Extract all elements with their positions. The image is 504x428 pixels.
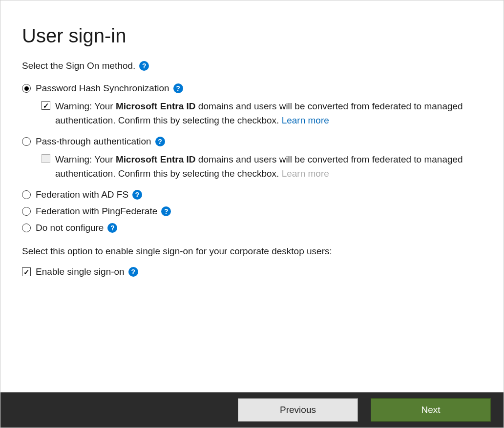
help-icon[interactable]: ? bbox=[161, 206, 171, 216]
page-title: User sign-in bbox=[22, 25, 484, 47]
radio-row-adfs[interactable]: Federation with AD FS ? bbox=[22, 189, 484, 200]
help-icon[interactable]: ? bbox=[107, 223, 117, 233]
radio-label-adfs: Federation with AD FS ? bbox=[36, 189, 142, 200]
sso-label: Select this option to enable single sign… bbox=[22, 246, 484, 257]
phs-warning-checkbox[interactable] bbox=[42, 101, 50, 110]
radio-adfs[interactable] bbox=[22, 190, 31, 199]
radio-label-ping: Federation with PingFederate ? bbox=[36, 206, 171, 217]
sso-row[interactable]: Enable single sign-on ? bbox=[22, 266, 484, 277]
sso-checkbox[interactable] bbox=[22, 267, 31, 276]
help-icon[interactable]: ? bbox=[155, 137, 165, 146]
help-icon[interactable]: ? bbox=[132, 190, 142, 200]
phs-learn-more-link[interactable]: Learn more bbox=[282, 115, 329, 125]
radio-row-pta[interactable]: Pass-through authentication ? bbox=[22, 136, 484, 147]
help-icon[interactable]: ? bbox=[139, 61, 149, 71]
footer: Previous Next bbox=[0, 392, 504, 428]
sign-on-method-group: Password Hash Synchronization ? Warning:… bbox=[22, 83, 484, 233]
pta-warning-checkbox bbox=[42, 154, 50, 163]
radio-label-phs: Password Hash Synchronization ? bbox=[36, 83, 183, 94]
select-method-label: Select the Sign On method. ? bbox=[22, 61, 149, 71]
phs-warning-text: Warning: Your Microsoft Entra ID domains… bbox=[55, 100, 484, 127]
sso-option-label: Enable single sign-on ? bbox=[36, 266, 138, 277]
radio-row-none[interactable]: Do not configure ? bbox=[22, 223, 484, 233]
next-button[interactable]: Next bbox=[371, 398, 491, 422]
radio-phs[interactable] bbox=[22, 84, 31, 93]
pta-warning-block: Warning: Your Microsoft Entra ID domains… bbox=[42, 153, 484, 181]
radio-label-pta: Pass-through authentication ? bbox=[36, 136, 165, 147]
radio-row-ping[interactable]: Federation with PingFederate ? bbox=[22, 206, 484, 217]
radio-none[interactable] bbox=[22, 224, 31, 232]
pta-warning-text: Warning: Your Microsoft Entra ID domains… bbox=[55, 153, 484, 181]
radio-pta[interactable] bbox=[22, 137, 31, 146]
radio-label-none: Do not configure ? bbox=[36, 223, 117, 233]
pta-learn-more-link: Learn more bbox=[282, 168, 329, 179]
help-icon[interactable]: ? bbox=[128, 267, 138, 277]
radio-row-phs[interactable]: Password Hash Synchronization ? bbox=[22, 83, 484, 94]
help-icon[interactable]: ? bbox=[173, 83, 183, 93]
previous-button[interactable]: Previous bbox=[238, 398, 358, 422]
select-method-text: Select the Sign On method. bbox=[22, 61, 135, 71]
phs-warning-block: Warning: Your Microsoft Entra ID domains… bbox=[42, 100, 484, 127]
radio-ping[interactable] bbox=[22, 207, 31, 216]
sso-section: Select this option to enable single sign… bbox=[22, 246, 484, 277]
